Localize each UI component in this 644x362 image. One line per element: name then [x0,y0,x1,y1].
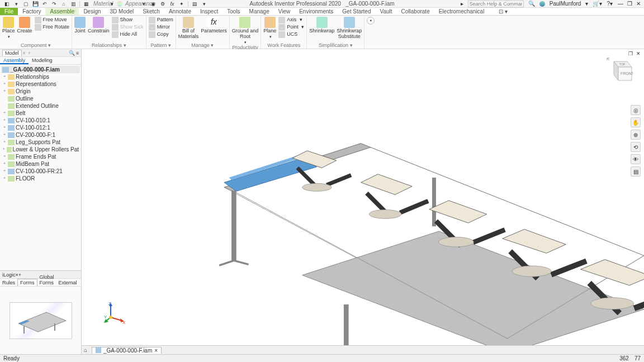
redo-icon[interactable]: ↷ [50,1,59,7]
ribbon-group-label[interactable]: Pattern ▾ [149,42,173,49]
tree-item[interactable]: Extended Outline [1,102,80,109]
qat-icon[interactable]: ⚙ [158,1,167,7]
tab-annotate[interactable]: Annotate [164,8,196,15]
qat-icon[interactable]: ✦ [177,1,186,7]
add-tab-icon[interactable]: + [28,50,31,56]
subtab-modeling[interactable]: Modeling [29,57,56,64]
tree-item[interactable]: +Belt [1,109,80,117]
tab-expand-icon[interactable]: ⊡ ▾ [494,8,512,15]
tab-factory[interactable]: Factory [18,8,45,15]
tree-item[interactable]: +Origin [1,88,80,95]
dropdown-icon[interactable]: ▾ [107,1,116,7]
tree-item[interactable]: +Lower & Upper Rollers Pat [1,146,80,153]
tab-sketch[interactable]: Sketch [138,8,164,15]
tree-root[interactable]: _GA-000-000-F.iam [1,66,80,73]
menu-icon[interactable]: ≡ [76,50,79,56]
point-button[interactable]: Point ▾ [278,24,304,31]
ribbon-group-label[interactable]: Component ▾ [2,42,69,49]
appearance-dropdown[interactable]: Appearance [123,1,139,7]
viewport-close-icon[interactable]: ✕ [635,50,642,57]
shrinkwrap-button[interactable]: Shrinkwrap [309,17,334,34]
ilogic-tab-forms[interactable]: Forms [17,279,37,286]
qat-icon[interactable]: ▥ [69,1,78,7]
tree-item[interactable]: +Representations [1,80,80,88]
qat-icon[interactable]: ◉ [149,1,158,7]
tree-item[interactable]: +Relationships [1,73,80,80]
viewport[interactable]: ❐ ✕ FRONT TOP ◎ ✋ ⊕ ⟲ 👁 ▤ Z [82,49,644,354]
add-tab-icon[interactable]: + [18,272,21,278]
new-icon[interactable]: ▾ [12,1,21,7]
bom-button[interactable]: Bill of Materials [178,17,199,40]
axis-button[interactable]: Axis ▾ [278,17,304,23]
restore-icon[interactable]: ❐ [626,1,633,7]
close-tab-icon[interactable]: × [23,50,26,56]
copy-button[interactable]: Copy [149,31,173,38]
nav-pan-icon[interactable]: ✋ [631,117,641,127]
material-dropdown[interactable]: Material [91,1,107,7]
tab-tools[interactable]: Tools [222,8,244,15]
tab-vault[interactable]: Vault [375,8,396,15]
hide-all-button[interactable]: Hide All [112,31,144,38]
save-icon[interactable]: 💾 [31,1,40,7]
home-tab-icon[interactable]: ⌂ [84,347,92,353]
show-button[interactable]: Show [112,17,144,23]
cart-icon[interactable]: 🛒▾ [593,1,602,7]
viewport-restore-icon[interactable]: ❐ [627,50,634,57]
user-dropdown-icon[interactable]: ▾ [585,1,588,7]
place-button[interactable]: Place▾ [2,17,15,39]
help-icon[interactable]: ?▾ [607,1,613,7]
pattern-button[interactable]: Pattern [149,17,173,23]
document-tab[interactable]: _GA-000-000-F.iam × [92,347,162,354]
search-input[interactable] [468,1,524,7]
appearance-swatch-icon[interactable] [117,1,122,7]
ilogic-tab-rules[interactable]: Rules [0,279,17,286]
user-name[interactable]: PaulMunford [550,1,581,7]
ilogic-tab-external[interactable]: External [56,279,79,286]
constrain-button[interactable]: Constrain [88,17,110,34]
tree-item[interactable]: +Frame Ends Pat [1,153,80,160]
tree-item[interactable]: +Leg_Supports Pat [1,139,80,146]
tree-item[interactable]: Outline [1,95,80,102]
tab-file[interactable]: File [0,8,18,15]
plane-button[interactable]: Plane▾ [263,17,276,39]
tree-item[interactable]: +CV-100-012:1 [1,124,80,131]
undo-icon[interactable]: ↶ [40,1,49,7]
open-icon[interactable]: ▢ [21,1,30,7]
dropdown-icon[interactable]: ▾ [139,1,148,7]
tree-item[interactable]: +FLOOR [1,175,80,182]
tab-electromechanical[interactable]: Electromechanical [434,8,489,15]
qat-more-icon[interactable]: ▾ [200,1,209,7]
subtab-assembly[interactable]: Assembly [0,57,29,64]
tab-design[interactable]: Design [79,8,105,15]
tab-3dmodel[interactable]: 3D Model [106,8,139,15]
fx-icon[interactable]: fx [168,1,177,7]
tree-item[interactable]: +CV-100-010:1 [1,117,80,124]
nav-wheel-icon[interactable]: ◎ [631,105,641,115]
tree-item[interactable]: +CV-200-000-F:1 [1,131,80,139]
ribbon-group-label[interactable]: Simplification ▾ [309,42,362,49]
minimize-icon[interactable]: — [617,1,624,7]
tree-item[interactable]: +MidBeam Pat [1,160,80,168]
ilogic-tab-global[interactable]: Global Forms [37,274,56,286]
tab-environments[interactable]: Environments [295,8,338,15]
home-icon[interactable]: ⌂ [59,1,68,7]
ucs-button[interactable]: UCS [278,31,304,38]
free-rotate-button[interactable]: Free Rotate [35,24,70,31]
free-move-button[interactable]: Free Move [35,17,70,23]
close-icon[interactable]: ✕ [635,1,642,7]
search-submit-icon[interactable]: 🔍 [528,1,535,7]
tab-manage[interactable]: Manage [245,8,274,15]
close-tab-icon[interactable]: × [154,347,158,354]
form-thumbnail[interactable] [0,287,81,354]
tab-view[interactable]: View [274,8,295,15]
tree-item[interactable]: +CV-100-000-FR:21 [1,168,80,175]
ribbon-group-label[interactable]: Relationships ▾ [74,42,144,49]
search-icon[interactable]: 🔍 [69,50,75,56]
ilogic-tab[interactable]: iLogic [2,272,16,278]
viewcube[interactable]: FRONT TOP [606,57,633,84]
create-button[interactable]: Create [17,17,32,34]
show-sick-button[interactable]: Show Sick [112,24,144,31]
shrinkwrap-sub-button[interactable]: Shrinkwrap Substitute [337,17,362,40]
joint-button[interactable]: Joint [74,17,86,34]
tab-inspect[interactable]: Inspect [196,8,222,15]
